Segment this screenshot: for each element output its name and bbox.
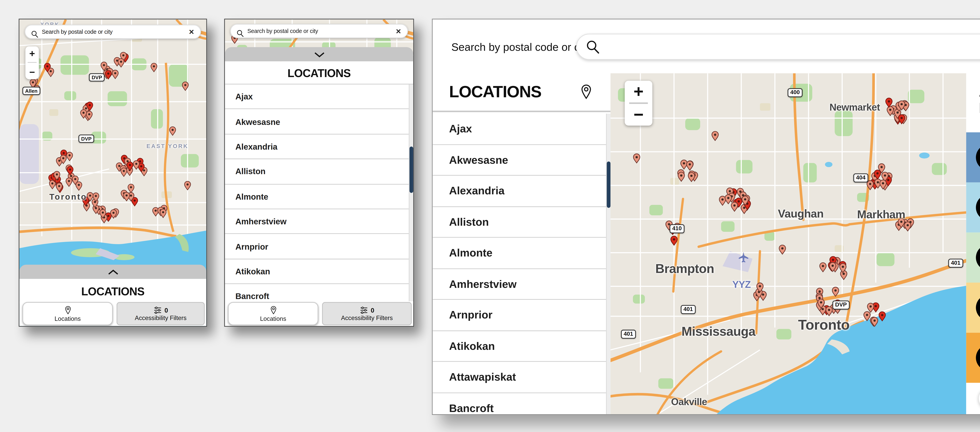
tab-label: Locations (260, 315, 286, 322)
list-item[interactable]: Amherstview (433, 269, 610, 300)
list-item[interactable]: Alexandria (225, 134, 414, 159)
drawer-handle[interactable] (19, 265, 206, 279)
list-item[interactable]: Almonte (225, 184, 414, 209)
map[interactable]: + − NewmarketVaughanMarkhamBramptonYYZMi… (611, 73, 968, 414)
filter-row[interactable]: ACCESSIBLE WASHROOMS (966, 182, 980, 233)
search-icon (30, 28, 39, 36)
search-input[interactable]: Search by postal code or city ✕ (230, 24, 408, 38)
filter-row[interactable]: WAIT ACCOMODATIONS (966, 333, 980, 383)
close-icon[interactable]: ✕ (396, 27, 401, 35)
desktop-viewport-panel: Search by postal code or city ✕ LOCATION… (432, 19, 980, 415)
list-item[interactable]: Alexandria (433, 176, 610, 207)
locations-title: LOCATIONS (19, 279, 206, 304)
filters-title: ACCESSIBILITY FILTERS (979, 83, 980, 116)
locations-list: AjaxAkwesasneAlexandriaAllistonAlmonteAm… (225, 84, 414, 304)
mobile-viewport-panel: YORKEAST YORKToronto DVPDVPAllen Search … (19, 19, 207, 327)
tablet-viewport-panel: Search by postal code or city ✕ LOCATION… (224, 19, 414, 327)
apply-filters-button[interactable]: Apply Filters (978, 387, 980, 410)
filters-header: ACCESSIBILITY FILTERS 0 (966, 73, 980, 132)
zoom-control[interactable]: + − (25, 46, 39, 79)
search-placeholder: Search by postal code or city (247, 28, 318, 34)
search-placeholder: Search by postal code or city (42, 29, 113, 35)
filter-row[interactable]: P ACCESSIBLE PARKING (966, 233, 980, 282)
locations-title: LOCATIONS (449, 82, 541, 102)
divider (28, 62, 37, 63)
locations-header: LOCATIONS (433, 73, 610, 112)
zoom-out-button[interactable]: − (633, 105, 643, 125)
zoom-in-button[interactable]: + (633, 81, 643, 102)
list-item[interactable]: Atikokan (225, 259, 414, 284)
scrollbar-thumb[interactable] (409, 147, 413, 193)
tab-locations[interactable]: Locations (228, 302, 318, 325)
tab-bar: Locations 0 Accessibility Filters (19, 301, 206, 326)
zoom-in-button[interactable]: + (29, 48, 35, 59)
scrollbar-thumb[interactable] (606, 162, 610, 208)
scrollbar[interactable] (606, 114, 611, 414)
sliders-icon (360, 306, 369, 314)
pin-icon (269, 305, 277, 314)
filters-footer: Apply Filters Reset Filters (966, 383, 980, 414)
chevron-up-icon (107, 269, 119, 275)
screenshot-root: YORKEAST YORKToronto DVPDVPAllen Search … (0, 0, 980, 432)
filter-row[interactable]: ACCESSIBLE ENTRANCES (966, 132, 980, 182)
list-item[interactable]: Alliston (225, 159, 414, 184)
tab-label: Locations (54, 315, 81, 322)
tab-accessibility-filters[interactable]: 0 Accessibility Filters (117, 302, 205, 325)
close-icon[interactable]: ✕ (189, 28, 194, 35)
airport-icon (738, 251, 749, 263)
list-item[interactable]: Amherstview (225, 209, 414, 234)
scrollbar[interactable] (409, 84, 413, 304)
list-item[interactable]: Akwesasne (225, 109, 414, 134)
list-item[interactable]: Arnprior (225, 234, 414, 259)
search-input[interactable]: Search by postal code or city ✕ (25, 25, 201, 39)
tab-locations[interactable]: Locations (22, 302, 113, 325)
filter-row[interactable]: INDIVIDUAL SERVICE (966, 282, 980, 333)
list-item[interactable]: Attawapiskat (433, 362, 610, 393)
list-item[interactable]: Arnprior (433, 300, 610, 331)
search-input[interactable]: ✕ (576, 34, 980, 60)
list-item[interactable]: Almonte (433, 238, 610, 269)
sliders-icon (153, 306, 162, 314)
pin-icon (580, 84, 593, 100)
locations-title: LOCATIONS (225, 61, 414, 84)
filters-count: 0 (371, 306, 374, 314)
tab-label: Accessibility Filters (341, 314, 393, 321)
filters-count: 0 (164, 306, 168, 314)
search-icon (585, 39, 601, 54)
list-item[interactable]: Alliston (433, 207, 610, 238)
locations-list: AjaxAkwesasneAlexandriaAllistonAlmonteAm… (433, 114, 610, 414)
list-item[interactable]: Bancroft (433, 393, 610, 414)
list-item[interactable]: Bancroft (225, 284, 414, 304)
search-label: Search by postal code or city (452, 41, 590, 53)
chevron-down-icon (313, 51, 326, 57)
accessibility-filters-panel: ACCESSIBILITY FILTERS 0 ACCESSIBLE ENTRA… (966, 73, 980, 414)
list-item[interactable]: Akwesasne (433, 145, 610, 176)
locations-panel: LOCATIONS AjaxAkwesasneAlexandriaAllisto… (433, 73, 610, 414)
list-item[interactable]: Atikokan (433, 331, 610, 362)
search-icon (236, 27, 244, 35)
list-item[interactable]: Ajax (433, 114, 610, 145)
divider (629, 102, 648, 104)
tab-label: Accessibility Filters (135, 314, 186, 321)
tab-bar: Locations 0 Accessibility Filters (225, 301, 414, 326)
zoom-control[interactable]: + − (625, 81, 652, 126)
zoom-out-button[interactable]: − (29, 67, 35, 78)
list-item[interactable]: Ajax (225, 84, 414, 109)
pin-icon (64, 305, 72, 314)
search-bar: Search by postal code or city ✕ (433, 19, 980, 73)
drawer-handle[interactable] (225, 47, 414, 61)
tab-accessibility-filters[interactable]: 0 Accessibility Filters (322, 302, 412, 325)
